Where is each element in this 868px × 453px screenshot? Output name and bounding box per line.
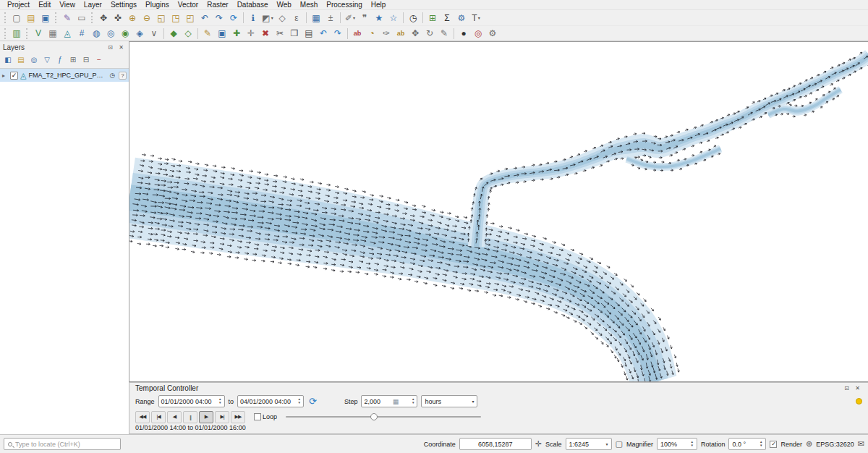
locate-search-input[interactable]: Type to locate (Ctrl+K) xyxy=(4,438,121,450)
measure-icon[interactable]: ✐▾ xyxy=(343,11,357,25)
redo-icon[interactable]: ↷ xyxy=(331,27,345,41)
add-postgis-layer-icon[interactable]: ◍ xyxy=(89,27,103,41)
menu-raster[interactable]: Raster xyxy=(203,0,232,10)
vertex-tool-icon[interactable]: ✛ xyxy=(244,27,258,41)
zoom-in-icon[interactable]: ⊕ xyxy=(125,11,140,25)
menu-database[interactable]: Database xyxy=(233,0,273,10)
open-attribute-table-icon[interactable]: ▦ xyxy=(309,11,323,25)
statistics-summary-icon[interactable]: Σ xyxy=(440,11,454,25)
refresh-map-icon[interactable]: ⟳ xyxy=(226,11,241,25)
manage-map-themes-icon[interactable]: ◎ xyxy=(28,54,40,66)
layer-labeling-icon[interactable]: ab xyxy=(350,27,365,41)
temporal-rewind-button[interactable]: ◀◀ xyxy=(135,411,150,423)
layer-diagram-icon[interactable]: ◔ xyxy=(365,27,379,41)
pan-map-icon[interactable]: ✥ xyxy=(96,11,111,25)
plugin-settings-icon[interactable]: ⚙ xyxy=(485,27,500,41)
loop-checkbox[interactable] xyxy=(254,413,261,420)
menu-settings[interactable]: Settings xyxy=(106,0,141,10)
new-shapefile-layer-icon[interactable]: ◇ xyxy=(181,27,195,41)
change-label-icon[interactable]: ✎ xyxy=(437,27,451,41)
coordinate-input[interactable]: 6058,15287 xyxy=(459,438,532,450)
osm-place-search-icon[interactable]: ● xyxy=(456,27,471,41)
collapse-all-icon[interactable]: ⊟ xyxy=(80,54,92,66)
open-project-icon[interactable]: ▤ xyxy=(24,11,38,25)
menu-mesh[interactable]: Mesh xyxy=(296,0,322,10)
zoom-to-layer-icon[interactable]: ◰ xyxy=(183,11,197,25)
panel-close-icon[interactable]: ✕ xyxy=(853,384,862,393)
show-bookmarks-icon[interactable]: ☆ xyxy=(386,11,401,25)
messages-icon[interactable]: ✉ xyxy=(858,439,864,449)
new-project-icon[interactable]: ▢ xyxy=(9,11,24,25)
magnifier-input[interactable]: 100% ▲▼ xyxy=(657,438,697,450)
add-group-icon[interactable]: ▤ xyxy=(15,54,27,66)
identify-features-icon[interactable]: ℹ xyxy=(246,11,260,25)
add-virtual-layer-icon[interactable]: ∨ xyxy=(147,27,161,41)
expand-all-icon[interactable]: ⊞ xyxy=(67,54,79,66)
filter-legend-icon[interactable]: ▽ xyxy=(41,54,53,66)
panel-float-icon[interactable]: ⊡ xyxy=(842,384,851,393)
spinner[interactable]: ▲▼ xyxy=(690,441,693,447)
lock-scale-icon[interactable]: ▢ xyxy=(616,439,623,449)
temporal-step-back-button[interactable]: ◀ xyxy=(167,411,182,423)
layout-manager-icon[interactable]: ▭ xyxy=(75,11,89,25)
scale-combo[interactable]: 1:6245 ▾ xyxy=(566,438,612,450)
select-features-icon[interactable]: ◩▾ xyxy=(260,11,275,25)
spinner[interactable]: ▲▼ xyxy=(218,398,221,405)
zoom-to-selection-icon[interactable]: ◳ xyxy=(169,11,183,25)
spinner[interactable]: ▲▼ xyxy=(412,398,414,405)
undo-icon[interactable]: ↶ xyxy=(316,27,331,41)
map-canvas[interactable] xyxy=(129,41,868,382)
layer-name[interactable]: FMA_T2_HPC_GPU_PU1_10 xyxy=(28,72,106,79)
spinner[interactable]: ▲▼ xyxy=(760,441,762,447)
menu-processing[interactable]: Processing xyxy=(322,0,366,10)
temporal-pause-button[interactable]: || xyxy=(183,411,197,423)
copy-features-icon[interactable]: ❐ xyxy=(287,27,302,41)
temporal-skip-to-end-button[interactable]: ▶▶ xyxy=(231,411,245,423)
add-spatialite-layer-icon[interactable]: ◎ xyxy=(103,27,118,41)
slider-handle[interactable] xyxy=(370,413,378,420)
filter-by-expression-icon[interactable]: ƒ xyxy=(54,54,66,66)
notification-badge[interactable] xyxy=(856,398,862,405)
expand-arrow-icon[interactable]: ▸ xyxy=(2,72,8,79)
paste-features-icon[interactable]: ▤ xyxy=(302,27,316,41)
layer-visibility-checkbox[interactable]: ✓ xyxy=(10,72,18,80)
add-feature-icon[interactable]: ✚ xyxy=(229,27,244,41)
panel-float-icon[interactable]: ⊡ xyxy=(106,43,115,52)
temporal-play-button[interactable]: ▶ xyxy=(199,411,213,423)
cut-features-icon[interactable]: ✂ xyxy=(273,27,287,41)
refresh-range-button[interactable]: ⟳ xyxy=(309,396,317,407)
extents-toggle-icon[interactable]: ✛ xyxy=(535,439,542,449)
add-wms-layer-icon[interactable]: ◉ xyxy=(118,27,132,41)
remove-layer-icon[interactable]: − xyxy=(93,54,105,66)
highlight-pinned-labels-icon[interactable]: ab xyxy=(393,27,408,41)
step-input[interactable]: 2,000 ▦ ▲▼ xyxy=(361,395,417,407)
rotate-label-icon[interactable]: ↻ xyxy=(422,27,437,41)
new-bookmark-icon[interactable]: ★ xyxy=(372,11,386,25)
zoom-last-icon[interactable]: ↶ xyxy=(197,11,212,25)
style-manager-icon[interactable]: ✎ xyxy=(60,11,75,25)
add-wfs-layer-icon[interactable]: ◈ xyxy=(132,27,147,41)
save-project-icon[interactable]: ▣ xyxy=(38,11,53,25)
add-raster-layer-icon[interactable]: ▦ xyxy=(46,27,60,41)
add-mesh-layer-icon[interactable]: ◬ xyxy=(60,27,75,41)
temporal-slider[interactable] xyxy=(286,412,481,422)
zoom-next-icon[interactable]: ↷ xyxy=(212,11,226,25)
new-map-view-icon[interactable]: ⊞ xyxy=(425,11,440,25)
menu-edit[interactable]: Edit xyxy=(34,0,55,10)
menu-vector[interactable]: Vector xyxy=(174,0,203,10)
zoom-full-icon[interactable]: ◱ xyxy=(154,11,169,25)
temporal-skip-to-start-button[interactable]: |◀ xyxy=(151,411,166,423)
select-by-expression-icon[interactable]: ε xyxy=(289,11,304,25)
move-label-icon[interactable]: ✥ xyxy=(408,27,422,41)
toggle-editing-icon[interactable]: ✎ xyxy=(200,27,215,41)
menu-layer[interactable]: Layer xyxy=(80,0,106,10)
pan-to-selection-icon[interactable]: ✜ xyxy=(111,11,125,25)
add-vector-layer-icon[interactable]: V xyxy=(31,27,46,41)
delete-selected-icon[interactable]: ✖ xyxy=(258,27,273,41)
step-data-defined-icon[interactable]: ▦ xyxy=(393,398,399,405)
menu-plugins[interactable]: Plugins xyxy=(141,0,174,10)
crs-label[interactable]: EPSG:32620 xyxy=(816,441,854,448)
temporal-controller-icon[interactable]: ◷ xyxy=(406,11,420,25)
menu-project[interactable]: Project xyxy=(3,0,34,10)
rotation-input[interactable]: 0.0 ° ▲▼ xyxy=(728,438,766,450)
